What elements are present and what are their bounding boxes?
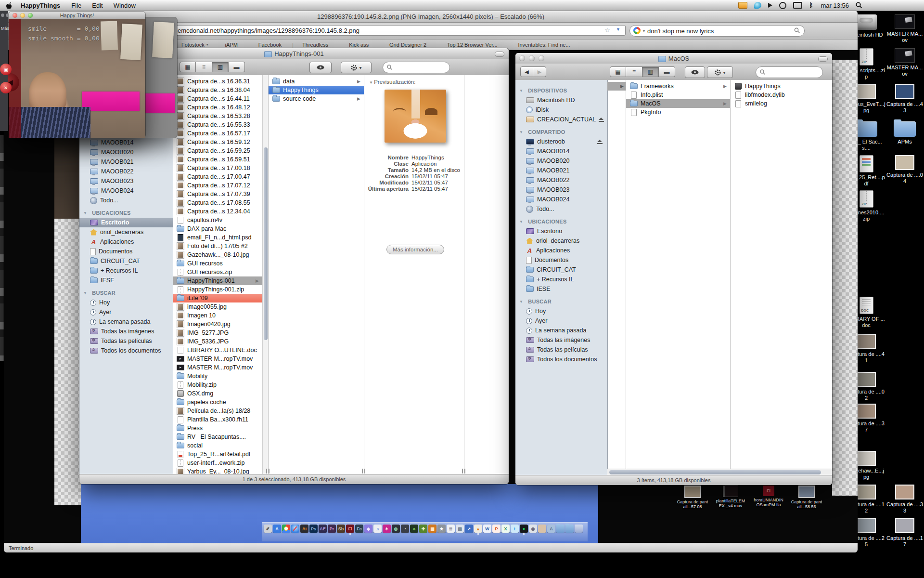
dock-icon[interactable]: Fc — [355, 525, 363, 533]
file-row[interactable]: Frameworks ▶ — [626, 82, 730, 91]
file-row[interactable]: HappyThings-001.zip ▶ — [173, 285, 262, 294]
finder-right-titlebar[interactable]: MacOS — [515, 53, 832, 64]
sidebar-item[interactable]: Todas las imágenes — [79, 327, 173, 336]
column-divider[interactable] — [464, 75, 464, 474]
dock-icon[interactable]: ▩ — [428, 525, 436, 533]
horizontal-scrollbar[interactable] — [607, 469, 832, 475]
desktop-icon[interactable]: MASTER MA...ov — [886, 48, 924, 77]
active-app-menu[interactable]: HappyThings — [15, 2, 66, 9]
dock-icon[interactable]: ✚ — [419, 525, 427, 533]
sidebar-item[interactable]: Macintosh HD — [515, 95, 607, 105]
finder-search-field[interactable] — [756, 66, 823, 78]
file-row[interactable]: Película de...la(s) 18/28 ▶ — [173, 407, 262, 415]
file-row[interactable]: Captura de...s 17.00.18 ▶ — [173, 164, 262, 172]
search-engine-dropdown-icon[interactable]: ▼ — [642, 29, 646, 33]
sidebar-item[interactable]: MAOOB022 — [79, 167, 173, 176]
desktop-icon[interactable]: APMs — [886, 121, 924, 145]
minimize-button[interactable] — [20, 13, 25, 18]
png-desktop-icon[interactable]: Fl horaUNIANDIN OSamPM.fla — [753, 486, 784, 509]
file-row[interactable]: HappyThings ▶ — [731, 82, 832, 91]
sidebar-item[interactable]: La semana pasada — [515, 326, 607, 335]
desktop-icon[interactable]: Captura de ....43 — [886, 84, 924, 113]
sidebar-item[interactable]: UBICACIONES — [79, 208, 173, 218]
file-row[interactable]: Mobility ▶ — [173, 372, 262, 381]
dock-icon[interactable] — [556, 525, 565, 533]
sidebar-item[interactable]: MAOOB020 — [79, 147, 173, 157]
file-row[interactable]: Captura de...s 16.59.12 ▶ — [173, 138, 262, 146]
eject-icon[interactable] — [599, 118, 603, 122]
file-row[interactable]: MASTER M...ropTV.mov ▶ — [173, 363, 262, 372]
dock-icon[interactable] — [575, 525, 583, 533]
file-row[interactable]: papeles coche ▶ — [173, 398, 262, 407]
sidebar-item[interactable]: Todas las películas — [515, 345, 607, 355]
file-row[interactable]: Top_25_R...arRetail.pdf ▶ — [173, 450, 262, 459]
close-button[interactable] — [519, 55, 525, 61]
menu-status-icon[interactable] — [754, 2, 761, 9]
sidebar-item[interactable]: Aplicaciones — [79, 237, 173, 247]
dock-icon[interactable]: ✶ — [383, 525, 391, 533]
file-row[interactable]: Captura de...s 16.44.11 ▶ — [173, 94, 262, 103]
bookmark-item[interactable]: Fotostock ▾ | — [177, 42, 221, 48]
file-row[interactable]: Captura de...s 16.55.33 ▶ — [173, 120, 262, 129]
file-row[interactable]: image0055.jpg ▶ — [173, 302, 262, 311]
sidebar-item[interactable]: Escritorio — [79, 218, 173, 227]
bookmark-item[interactable]: Inventables: Find ne... ▾ | — [513, 42, 586, 48]
zoom-button[interactable] — [28, 13, 33, 18]
sidebar-item[interactable]: oriol_decarreras — [515, 236, 607, 246]
apple-menu-icon[interactable] — [6, 2, 12, 9]
file-row[interactable]: OSX.dmg ▶ — [173, 389, 262, 398]
desktop-icon[interactable]: Captura de ....17 — [886, 518, 924, 547]
palette-close-button[interactable]: ✕ — [0, 82, 12, 93]
file-row[interactable]: data ▶ — [269, 77, 364, 86]
sidebar-item[interactable]: clusteroob — [515, 137, 607, 146]
list-view-button[interactable]: ≡ — [626, 66, 642, 77]
file-row[interactable]: MacOS ▶ — [626, 99, 730, 108]
sidebar-item[interactable]: Ayer — [79, 307, 173, 317]
icon-view-button[interactable]: ▦ — [610, 66, 626, 77]
png-desktop-icon[interactable]: plantillaTELEMEX _v4.mov — [715, 486, 746, 509]
file-row[interactable]: iLife '09 ▶ — [173, 294, 262, 302]
dock-icon[interactable]: ↗ — [465, 525, 473, 533]
file-row[interactable]: Info.plist ▶ — [626, 91, 730, 99]
quicklook-button[interactable] — [685, 66, 705, 78]
dock-icon[interactable]: Sb — [337, 525, 345, 533]
dock-icon[interactable]: ● — [520, 525, 528, 533]
file-row[interactable]: Captura de...s 16.38.04 ▶ — [173, 86, 262, 94]
bookmark-item[interactable]: Grid Designer 2 ▾ | — [385, 42, 443, 48]
coverflow-view-button[interactable]: ▬ — [229, 62, 245, 72]
webcam-titlebar[interactable]: Happy Things! — [9, 12, 145, 20]
file-row[interactable]: IMG_5277.JPG ▶ — [173, 328, 262, 337]
forward-button[interactable]: ▶ — [533, 66, 546, 77]
sidebar-item[interactable]: Documentos — [515, 255, 607, 265]
sidebar-item[interactable]: Escritorio — [515, 226, 607, 236]
file-row[interactable]: Captura de...s 17.08.55 ▶ — [173, 198, 262, 207]
menu-status-icon[interactable] — [768, 3, 772, 8]
dock-icon[interactable]: ✐ — [264, 525, 272, 533]
file-row[interactable]: Captura de...s 17.00.47 ▶ — [173, 172, 262, 181]
sidebar-item[interactable]: UBICACIONES — [515, 217, 607, 226]
file-row[interactable]: Captura de...s 16.53.28 ▶ — [173, 112, 262, 120]
file-row[interactable]: MASTER M...ropTV.mov ▶ — [173, 355, 262, 363]
sidebar-item[interactable]: MAOOB021 — [79, 157, 173, 167]
sidebar-item[interactable]: IESE — [79, 276, 173, 285]
bookmark-item[interactable]: Top 12 Browser Ver... ▾ | — [443, 42, 513, 48]
dock-icon[interactable]: Fl — [346, 525, 354, 533]
file-row[interactable]: DAX para Mac ▶ — [173, 224, 262, 233]
file-row[interactable]: Captura de...s 16.59.25 ▶ — [173, 146, 262, 155]
selected-parent-row[interactable]: ▶ — [607, 82, 626, 91]
file-row[interactable]: Imagen 10 ▶ — [173, 311, 262, 320]
sidebar-item[interactable]: Documentos — [79, 247, 173, 256]
dock-icon[interactable]: ≣ — [447, 525, 455, 533]
sidebar-item[interactable]: CIRCUIT_CAT — [515, 265, 607, 275]
png-desktop-icon[interactable]: Captura de pantall...58.56 — [791, 486, 822, 509]
file-row[interactable]: Captura de...s 16.36.31 ▶ — [173, 77, 262, 86]
sidebar-item[interactable]: Hoy — [79, 298, 173, 307]
sidebar-item[interactable]: COMPARTIDO — [515, 127, 607, 137]
file-row[interactable]: smilelog ▶ — [731, 99, 832, 108]
file-row[interactable]: PkgInfo ▶ — [626, 108, 730, 117]
sidebar-item[interactable]: Todos los documentos — [79, 346, 173, 355]
sidebar-item[interactable]: Todos los documentos — [515, 355, 607, 364]
file-row[interactable]: LIBRARY O...UTLINE.doc ▶ — [173, 346, 262, 355]
close-button[interactable] — [13, 13, 17, 18]
scrollbar-thumb[interactable] — [609, 470, 821, 474]
